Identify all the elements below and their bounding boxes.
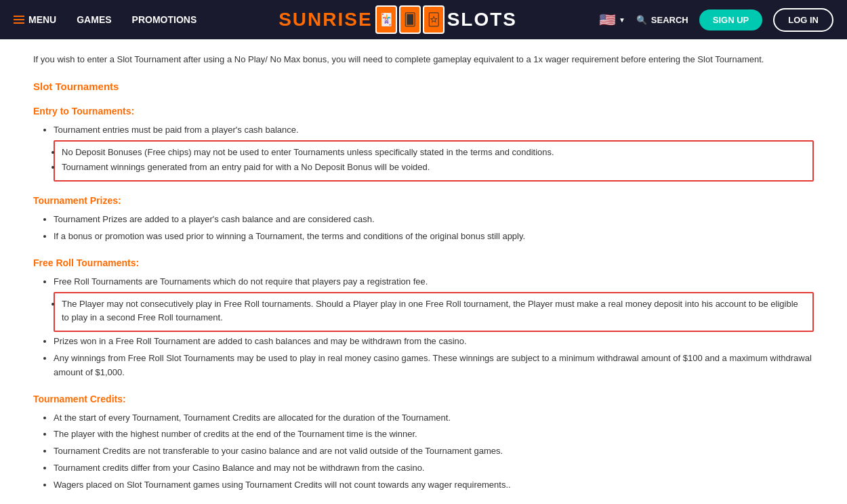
slot-tournaments-title: Slot Tournaments bbox=[33, 81, 814, 92]
freeroll-title: Free Roll Tournaments: bbox=[33, 257, 814, 268]
language-selector[interactable]: 🇺🇸 ▼ bbox=[599, 12, 625, 28]
flag-icon: 🇺🇸 bbox=[599, 12, 616, 28]
highlight-box-entry: No Deposit Bonuses (Free chips) may not … bbox=[54, 140, 814, 182]
list-item: The player with the highest number of cr… bbox=[54, 427, 814, 442]
freeroll-section: Free Roll Tournaments: Free Roll Tournam… bbox=[33, 257, 814, 380]
nav-right: 🇺🇸 ▼ 🔍 SEARCH SIGN UP LOG IN bbox=[599, 8, 833, 32]
card-icon-3: 🃟 bbox=[423, 5, 445, 34]
entry-title: Entry to Tournaments: bbox=[33, 106, 814, 117]
list-item: Tournament Credits are not transferable … bbox=[54, 444, 814, 459]
main-content: If you wish to enter a Slot Tournament a… bbox=[17, 39, 830, 504]
prizes-title: Tournament Prizes: bbox=[33, 195, 814, 206]
menu-button[interactable]: MENU bbox=[14, 14, 56, 25]
card-icon-2: 🂠 bbox=[399, 5, 421, 34]
list-item: Tournament Prizes are added to a player'… bbox=[54, 213, 814, 227]
slot-tournaments-section: Slot Tournaments bbox=[33, 81, 814, 92]
navbar: MENU GAMES PROMOTIONS SUNRISE 🃏 🂠 🃟 SLOT… bbox=[0, 0, 847, 39]
signup-button[interactable]: SIGN UP bbox=[699, 9, 762, 30]
prizes-section: Tournament Prizes: Tournament Prizes are… bbox=[33, 195, 814, 244]
list-item: At the start of every Tournament, Tourna… bbox=[54, 411, 814, 425]
logo-cards: 🃏 🂠 🃟 bbox=[375, 5, 445, 34]
promotions-link[interactable]: PROMOTIONS bbox=[132, 14, 197, 25]
search-button[interactable]: 🔍 SEARCH bbox=[636, 15, 688, 25]
credits-list: At the start of every Tournament, Tourna… bbox=[33, 411, 814, 492]
search-label: SEARCH bbox=[651, 15, 688, 25]
card-icon-1: 🃏 bbox=[375, 5, 397, 34]
freeroll-list: Free Roll Tournaments are Tournaments wh… bbox=[33, 275, 814, 380]
highlight-box-freeroll: The Player may not consecutively play in… bbox=[54, 292, 814, 333]
credits-title: Tournament Credits: bbox=[33, 394, 814, 404]
prizes-list: Tournament Prizes are added to a player'… bbox=[33, 213, 814, 244]
logo[interactable]: SUNRISE 🃏 🂠 🃟 SLOTS bbox=[278, 5, 517, 34]
games-link[interactable]: GAMES bbox=[77, 14, 111, 25]
entry-list: Tournament entries must be paid from a p… bbox=[33, 123, 814, 182]
logo-slots: SLOTS bbox=[447, 9, 517, 30]
intro-paragraph: If you wish to enter a Slot Tournament a… bbox=[33, 53, 814, 67]
nav-left: MENU GAMES PROMOTIONS bbox=[14, 14, 197, 25]
list-item: If a bonus or promotion was used prior t… bbox=[54, 230, 814, 244]
list-item: Tournament credits differ from your Casi… bbox=[54, 461, 814, 476]
hamburger-icon bbox=[14, 16, 24, 24]
list-item: Prizes won in a Free Roll Tournament are… bbox=[54, 335, 814, 349]
list-item: Wagers placed on Slot Tournament games u… bbox=[54, 478, 814, 492]
entry-section: Entry to Tournaments: Tournament entries… bbox=[33, 106, 814, 182]
login-button[interactable]: LOG IN bbox=[773, 8, 833, 32]
chevron-down-icon: ▼ bbox=[619, 16, 625, 24]
logo-sunrise: SUNRISE bbox=[278, 9, 372, 30]
list-item: Tournament entries must be paid from a p… bbox=[54, 123, 814, 138]
list-item: The Player may not consecutively play in… bbox=[62, 297, 806, 326]
list-item: Free Roll Tournaments are Tournaments wh… bbox=[54, 275, 814, 289]
list-item: No Deposit Bonuses (Free chips) may not … bbox=[62, 146, 806, 160]
list-item: Any winnings from Free Roll Slot Tournam… bbox=[54, 352, 814, 380]
credits-section: Tournament Credits: At the start of ever… bbox=[33, 394, 814, 492]
menu-label: MENU bbox=[28, 14, 56, 25]
search-icon: 🔍 bbox=[636, 15, 647, 25]
list-item: Tournament winnings generated from an en… bbox=[62, 161, 806, 175]
